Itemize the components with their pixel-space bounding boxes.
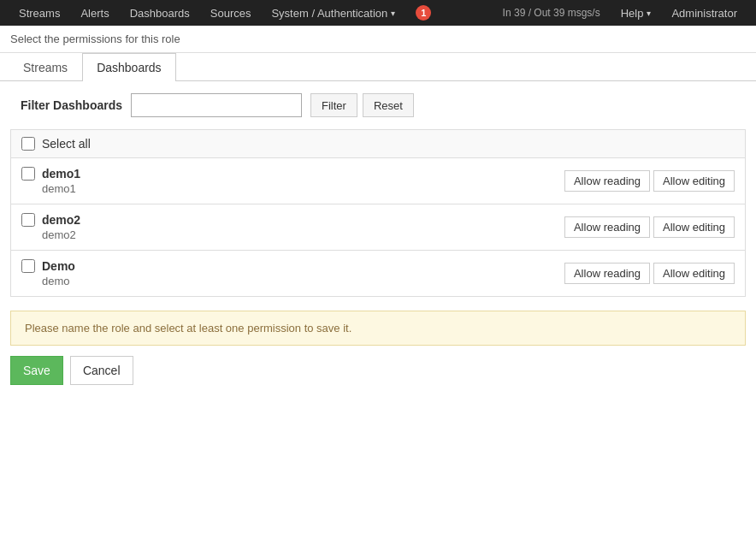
reset-button[interactable]: Reset bbox=[363, 93, 414, 117]
msgs-display: In 39 / Out 39 msgs/s bbox=[493, 7, 611, 19]
checkbox-demo2[interactable] bbox=[21, 213, 35, 227]
row-left-demo: Demo demo bbox=[21, 259, 564, 287]
tabs-container: Streams Dashboards bbox=[0, 53, 756, 81]
row-actions-demo: Allow reading Allow editing bbox=[564, 263, 735, 284]
permissions-table: Select all demo1 demo1 Allow reading All… bbox=[10, 129, 746, 297]
bottom-buttons: Save Cancel bbox=[10, 346, 746, 395]
tab-streams[interactable]: Streams bbox=[9, 53, 82, 81]
allow-reading-demo1[interactable]: Allow reading bbox=[564, 170, 650, 192]
page-header: Select the permissions for this role bbox=[0, 26, 756, 53]
row-left-demo2: demo2 demo2 bbox=[21, 213, 564, 241]
row-actions-demo1: Allow reading Allow editing bbox=[564, 170, 735, 192]
admin-label: Administrator bbox=[671, 7, 737, 20]
allow-editing-demo[interactable]: Allow editing bbox=[653, 263, 735, 284]
select-all-label: Select all bbox=[42, 137, 91, 151]
main-content: Filter Dashboards Filter Reset Select al… bbox=[0, 81, 756, 406]
allow-reading-demo2[interactable]: Allow reading bbox=[564, 216, 650, 238]
nav-sources-label: Sources bbox=[210, 7, 251, 20]
allow-editing-demo2[interactable]: Allow editing bbox=[653, 216, 735, 238]
nav-alerts-label: Alerts bbox=[80, 7, 109, 20]
nav-alerts[interactable]: Alerts bbox=[70, 0, 119, 26]
row-left-demo1: demo1 demo1 bbox=[21, 167, 564, 195]
table-row: demo2 demo2 Allow reading Allow editing bbox=[11, 204, 745, 251]
row-desc-demo1: demo1 bbox=[42, 182, 76, 195]
chevron-down-icon-help: ▾ bbox=[647, 9, 651, 18]
row-name-demo1: demo1 bbox=[42, 167, 80, 181]
chevron-down-icon: ▾ bbox=[391, 9, 395, 18]
allow-editing-demo1[interactable]: Allow editing bbox=[653, 170, 735, 192]
nav-dashboards-label: Dashboards bbox=[130, 7, 190, 20]
tab-dashboards[interactable]: Dashboards bbox=[82, 53, 176, 81]
nav-sources[interactable]: Sources bbox=[200, 0, 262, 26]
nav-dashboards[interactable]: Dashboards bbox=[120, 0, 200, 26]
row-desc-demo2: demo2 bbox=[42, 228, 76, 241]
nav-admin[interactable]: Administrator bbox=[661, 0, 747, 26]
nav-help[interactable]: Help ▾ bbox=[611, 0, 662, 26]
header-text: Select the permissions for this role bbox=[10, 33, 180, 45]
help-label: Help bbox=[621, 7, 644, 20]
nav-streams-label: Streams bbox=[19, 7, 60, 20]
filter-input[interactable] bbox=[131, 93, 302, 117]
row-checkbox-name-demo: Demo bbox=[21, 259, 75, 273]
row-name-demo: Demo bbox=[42, 259, 75, 273]
filter-buttons: Filter Reset bbox=[310, 93, 414, 117]
checkbox-demo[interactable] bbox=[21, 259, 35, 273]
filter-button[interactable]: Filter bbox=[310, 93, 357, 117]
filter-label: Filter Dashboards bbox=[21, 98, 122, 112]
table-row: Demo demo Allow reading Allow editing bbox=[11, 251, 745, 296]
cancel-button[interactable]: Cancel bbox=[70, 356, 133, 385]
allow-reading-demo[interactable]: Allow reading bbox=[564, 263, 650, 284]
row-checkbox-name-demo1: demo1 bbox=[21, 167, 80, 181]
alert-badge: 1 bbox=[416, 5, 431, 21]
table-row: demo1 demo1 Allow reading Allow editing bbox=[11, 158, 745, 204]
row-name-demo2: demo2 bbox=[42, 213, 80, 227]
save-button[interactable]: Save bbox=[10, 356, 63, 385]
nav-streams[interactable]: Streams bbox=[9, 0, 70, 26]
filter-area: Filter Dashboards Filter Reset bbox=[10, 81, 746, 129]
select-all-row: Select all bbox=[11, 130, 745, 158]
row-checkbox-name-demo2: demo2 bbox=[21, 213, 80, 227]
warning-text: Please name the role and select at least… bbox=[25, 322, 351, 335]
select-all-checkbox[interactable] bbox=[21, 137, 35, 151]
checkbox-demo1[interactable] bbox=[21, 167, 35, 181]
nav-system-label: System / Authentication bbox=[271, 7, 387, 20]
row-actions-demo2: Allow reading Allow editing bbox=[564, 216, 735, 238]
navbar: Streams Alerts Dashboards Sources System… bbox=[0, 0, 756, 26]
nav-system[interactable]: System / Authentication ▾ bbox=[261, 0, 405, 26]
row-desc-demo: demo bbox=[42, 275, 70, 287]
nav-badge-container: 1 bbox=[405, 5, 438, 21]
warning-box: Please name the role and select at least… bbox=[10, 311, 746, 346]
